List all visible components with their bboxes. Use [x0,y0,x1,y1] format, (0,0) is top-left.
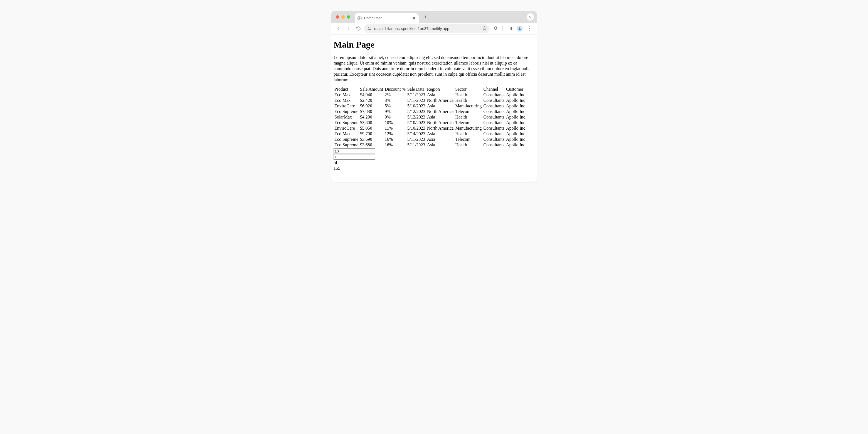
cell-region: Asia [426,114,455,120]
cell-product: Eco Supreme [334,120,359,125]
cell-amount: $3,690 [359,136,384,142]
cell-discount: 9% [384,109,406,114]
cell-product: EnviroCare [334,125,359,131]
cell-region: Asia [426,142,455,148]
cell-product: Eco Supreme [334,142,359,148]
pagination: of 155 [334,148,534,171]
table-row: Eco Supreme$7,8309%5/12/2023North Americ… [334,109,526,114]
cell-sector: Health [454,114,483,120]
cell-date: 5/11/2023 [406,142,426,148]
reload-button[interactable] [354,25,363,33]
cell-sector: Health [454,142,483,148]
cell-date: 5/10/2023 [406,120,426,125]
cell-amount: $4,290 [359,114,384,120]
page-title: Main Page [334,39,534,50]
cell-discount: 12% [384,131,406,136]
cell-region: North America [426,98,455,103]
cell-sector: Health [454,92,483,98]
close-window-button[interactable] [336,15,339,19]
cell-customer: Apollo Inc [505,125,526,131]
svg-marker-4 [483,26,486,30]
cell-region: North America [426,125,455,131]
cell-customer: Apollo Inc [505,109,526,114]
cell-date: 5/12/2023 [406,114,426,120]
menu-button[interactable] [526,25,534,33]
svg-point-0 [368,28,369,28]
url-text: main--hilarious-sprinkles-1ae37a.netlify… [374,26,449,31]
new-tab-button[interactable]: + [422,13,429,21]
cell-customer: Apollo Inc [505,103,526,109]
extensions-button[interactable] [491,25,500,33]
cell-customer: Apollo Inc [505,114,526,120]
close-tab-button[interactable] [412,16,416,20]
cell-customer: Apollo Inc [505,120,526,125]
cell-region: North America [426,109,455,114]
side-panel-button[interactable] [505,25,514,33]
cell-amount: $6,920 [359,103,384,109]
tab-strip: Home Page + [331,11,537,23]
cell-customer: Apollo Inc [505,92,526,98]
fullscreen-window-button[interactable] [347,15,350,19]
cell-customer: Apollo Inc [505,98,526,103]
cell-channel: Consultants [483,142,505,148]
window-controls [336,15,350,19]
th-sector: Sector [454,87,483,92]
cell-discount: 3% [384,98,406,103]
cell-date: 5/12/2023 [406,109,426,114]
site-info-icon[interactable] [367,26,371,31]
browser-tab[interactable]: Home Page [355,13,419,23]
cell-amount: $3,680 [359,142,384,148]
page-size-input[interactable] [334,148,375,154]
cell-amount: $9,700 [359,131,384,136]
table-row: Eco Max$9,70012%5/14/2023AsiaHealthConsu… [334,131,526,136]
cell-amount: $7,830 [359,109,384,114]
th-amount: Sale Amount [359,87,384,92]
cell-sector: Manufacturing [454,125,483,131]
cell-discount: 9% [384,114,406,120]
cell-amount: $3,800 [359,120,384,125]
cell-product: Eco Max [334,92,359,98]
globe-icon [358,16,362,20]
minimize-window-button[interactable] [341,15,345,19]
svg-rect-5 [508,27,512,30]
cell-amount: $5,050 [359,125,384,131]
cell-amount: $4,940 [359,92,384,98]
cell-sector: Telecom [454,109,483,114]
table-row: Eco Max$2,4203%5/11/2023North AmericaHea… [334,98,526,103]
cell-sector: Health [454,98,483,103]
avatar-icon [517,26,523,32]
toolbar-divider [502,26,503,31]
cell-channel: Consultants [483,120,505,125]
cell-date: 5/11/2023 [406,136,426,142]
cell-region: Asia [426,136,455,142]
cell-discount: 16% [384,142,406,148]
profile-button[interactable] [516,25,524,33]
cell-discount: 2% [384,92,406,98]
svg-point-1 [370,29,371,30]
table-row: Eco Supreme$3,69016%5/11/2023AsiaTelecom… [334,136,526,142]
cell-discount: 5% [384,103,406,109]
forward-button[interactable] [344,25,352,33]
cell-region: Asia [426,131,455,136]
bookmark-button[interactable] [482,26,487,31]
th-date: Sale Date [406,87,426,92]
cell-region: Asia [426,103,455,109]
th-channel: Channel [483,87,505,92]
cell-sector: Telecom [454,136,483,142]
th-region: Region [426,87,455,92]
tab-list-button[interactable] [527,13,534,21]
cell-amount: $2,420 [359,98,384,103]
page-number-input[interactable] [334,154,375,160]
table-row: SolarMax$4,2909%5/12/2023AsiaHealthConsu… [334,114,526,120]
th-product: Product [334,87,359,92]
page-intro: Lorem ipsum dolor sit amet, consectetur … [334,55,534,83]
table-row: Eco Max$4,9402%5/11/2023AsiaHealthConsul… [334,92,526,98]
cell-customer: Apollo Inc [505,131,526,136]
kebab-icon [529,26,530,31]
th-customer: Customer [505,87,526,92]
cell-channel: Consultants [483,92,505,98]
back-button[interactable] [334,25,342,33]
address-bar[interactable]: main--hilarious-sprinkles-1ae37a.netlify… [364,24,490,33]
cell-channel: Consultants [483,125,505,131]
cell-date: 5/10/2023 [406,103,426,109]
